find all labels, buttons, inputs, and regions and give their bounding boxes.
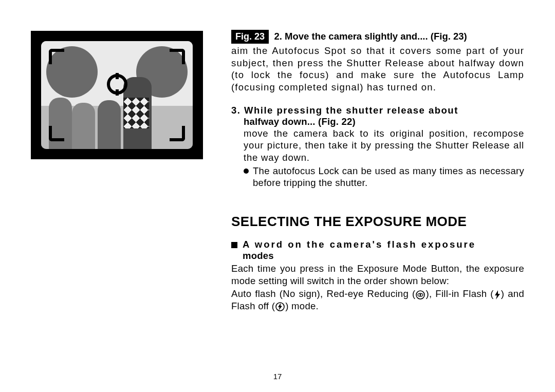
section-heading: SELECTING THE EXPOSURE MODE xyxy=(231,214,524,230)
step-3-bullet: The autofocus Lock can be used as many t… xyxy=(253,165,524,189)
flash-icon xyxy=(494,290,501,300)
square-bullet-icon xyxy=(231,242,237,248)
step-3-title: 3. While pressing the shutter release ab… xyxy=(231,105,524,127)
flash-off-icon xyxy=(275,302,285,311)
step-2-title: 2. Move the camera slightly and.... (Fig… xyxy=(274,31,467,42)
viewfinder-bracket-icon xyxy=(170,126,185,141)
section-subheading: A word on the camera's flash exposure mo… xyxy=(243,239,476,262)
viewfinder-bracket-icon xyxy=(49,49,64,64)
step-3-body: move the camera back to its original pos… xyxy=(231,127,524,164)
svg-marker-5 xyxy=(278,303,282,310)
bullet-icon xyxy=(244,169,249,174)
figure-label-badge: Fig. 23 xyxy=(231,30,269,44)
step-2-body: aim the Autofocus Spot so that it covers… xyxy=(231,45,524,94)
figure-23-frame xyxy=(31,31,203,159)
page-number: 17 xyxy=(273,372,282,381)
svg-marker-3 xyxy=(495,290,500,300)
viewfinder-bracket-icon xyxy=(170,49,185,64)
figure-23-image xyxy=(41,41,193,149)
section-para-1: Each time you press in the Exposure Mode… xyxy=(231,263,524,287)
section-modes-line: Auto flash (No sign), Red-eye Reducing (… xyxy=(231,288,524,312)
red-eye-icon xyxy=(416,290,425,300)
autofocus-spot-icon xyxy=(107,74,127,95)
svg-point-2 xyxy=(420,294,422,296)
viewfinder-bracket-icon xyxy=(49,126,64,141)
